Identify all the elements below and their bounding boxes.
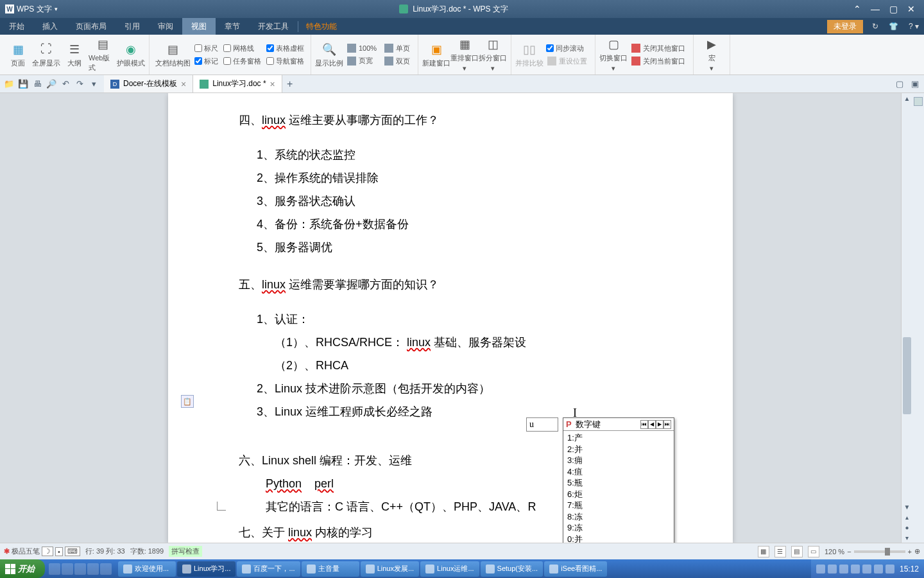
ql-icon[interactable]	[87, 563, 99, 575]
task-pane-check[interactable]: 任务窗格	[221, 55, 264, 67]
task-item[interactable]: Setup(安装...	[481, 561, 543, 577]
ie-icon[interactable]	[49, 563, 60, 575]
window-restore-icon[interactable]: ▢	[893, 78, 906, 91]
ime-candidate[interactable]: 1:产	[567, 432, 670, 444]
view-web-icon[interactable]: ▤	[791, 546, 803, 557]
outline-button[interactable]: ☰大纲	[60, 36, 89, 73]
maximize-button[interactable]: ▢	[887, 3, 900, 15]
split-window-button[interactable]: ◫拆分窗口▾	[479, 36, 507, 73]
page-viewport[interactable]: 四、linux 运维主要从事哪方面的工作？ 1、系统的状态监控 2、操作系统的错…	[0, 93, 901, 543]
ime-candidate[interactable]: 4:疽	[567, 466, 670, 478]
paste-options-icon[interactable]: 📋	[181, 395, 194, 408]
menu-references[interactable]: 引用	[116, 18, 149, 35]
scroll-down-icon[interactable]: ▼	[902, 502, 912, 512]
nav-pane-check[interactable]: 导航窗格	[264, 55, 307, 67]
tab-close-icon[interactable]: ×	[181, 79, 186, 89]
ime-candidate[interactable]: 7:瓶	[567, 500, 670, 511]
menu-special[interactable]: 特色功能	[298, 21, 345, 32]
task-item[interactable]: Linux学习...	[177, 561, 235, 577]
desktop-icon[interactable]	[62, 563, 73, 575]
single-page-button[interactable]: 单页	[381, 42, 414, 55]
page-width-button[interactable]: 页宽	[343, 55, 381, 67]
zoom-in-button[interactable]: +	[908, 548, 912, 556]
new-window-button[interactable]: ▣新建窗口	[422, 36, 450, 73]
ime-mode-icon[interactable]: ☽	[42, 547, 53, 556]
help-icon[interactable]: ? ▾	[903, 22, 924, 31]
sync-scroll-check[interactable]: 同步滚动	[543, 42, 591, 55]
ime-candidate[interactable]: 6:炬	[567, 489, 670, 500]
tray-icon[interactable]	[816, 565, 825, 574]
macro-button[interactable]: ▶宏▾	[697, 36, 726, 73]
ime-last-icon[interactable]: ⏭	[663, 420, 671, 429]
menu-chapter[interactable]: 章节	[216, 18, 249, 35]
menu-insert[interactable]: 插入	[33, 18, 67, 35]
close-current-button[interactable]: 关闭当前窗口	[628, 55, 689, 67]
word-count[interactable]: 字数: 1899	[130, 547, 164, 556]
ime-next-icon[interactable]: ▶	[656, 420, 663, 429]
prev-page-icon[interactable]: ▴	[902, 512, 912, 522]
sync-icon[interactable]: ↻	[867, 22, 884, 31]
marks-check[interactable]: 标记	[192, 55, 221, 67]
tray-icon[interactable]	[839, 565, 848, 574]
ime-candidate-panel[interactable]: P 数字键 ⏮ ◀ ▶ ⏭ 1:产 2:并 3:痈 4:疽 5:瓶 6:炬 7:…	[563, 417, 674, 543]
undo-icon[interactable]: ↶	[59, 78, 72, 91]
skin-icon[interactable]: 👕	[884, 22, 903, 31]
vertical-scrollbar[interactable]: ▲ ▼ ▴ ● ▾	[901, 93, 912, 543]
fullscreen-button[interactable]: ⛶全屏显示	[32, 36, 60, 73]
save-icon[interactable]: 💾	[17, 78, 30, 91]
ime-candidate[interactable]: 0:并	[567, 534, 670, 543]
zoom-out-button[interactable]: −	[847, 548, 851, 556]
task-item[interactable]: Linux运维...	[420, 561, 479, 577]
qat-more-icon[interactable]: ▾	[87, 78, 100, 91]
menu-review[interactable]: 审阅	[149, 18, 182, 35]
ime-prev-icon[interactable]: ◀	[648, 420, 656, 429]
menu-page-layout[interactable]: 页面布局	[67, 18, 116, 35]
tray-icon[interactable]	[874, 565, 883, 574]
menu-view[interactable]: 视图	[182, 18, 216, 35]
task-item[interactable]: iSee看图精...	[544, 561, 607, 577]
zoom-button[interactable]: 🔍显示比例	[315, 36, 343, 73]
ime-candidate[interactable]: 9:冻	[567, 522, 670, 534]
double-page-button[interactable]: 双页	[381, 55, 414, 67]
login-button[interactable]: 未登录	[827, 20, 863, 33]
ime-candidate[interactable]: 8:冻	[567, 511, 670, 523]
menu-start[interactable]: 开始	[0, 18, 33, 35]
taskbar-clock[interactable]: 15:12	[897, 565, 919, 574]
close-other-button[interactable]: 关闭其他窗口	[628, 42, 689, 55]
zoom-value[interactable]: 120 %	[825, 548, 844, 556]
task-item[interactable]: 主音量	[302, 561, 359, 577]
minimize-button[interactable]: —	[869, 3, 882, 15]
arrange-window-button[interactable]: ▦重排窗口▾	[450, 36, 479, 73]
tab-close-icon[interactable]: ×	[270, 79, 275, 89]
task-item[interactable]: 百度一下，...	[237, 561, 300, 577]
task-item[interactable]: Linux发展...	[361, 561, 419, 577]
spell-check-status[interactable]: 拼写检查	[169, 546, 202, 557]
ime-candidate[interactable]: 2:并	[567, 444, 670, 455]
view-outline-icon[interactable]: ☰	[774, 546, 786, 557]
task-item[interactable]: 欢迎使用...	[118, 561, 176, 577]
ql-icon[interactable]	[74, 563, 86, 575]
open-icon[interactable]: 📁	[3, 78, 15, 91]
close-button[interactable]: ✕	[905, 3, 918, 15]
scroll-thumb[interactable]	[903, 337, 911, 414]
ime-candidate[interactable]: 3:痈	[567, 455, 670, 466]
menu-dev-tools[interactable]: 开发工具	[249, 18, 298, 35]
ql-more-icon[interactable]	[100, 563, 112, 575]
zoom-slider[interactable]	[854, 550, 905, 553]
structure-button[interactable]: ▤文档结构图	[153, 36, 192, 73]
ribbon-collapse-icon[interactable]: ⌃	[851, 3, 864, 15]
start-button[interactable]: 开始	[0, 559, 45, 578]
side-tool-icon[interactable]	[914, 97, 923, 106]
tray-icon[interactable]	[886, 565, 894, 574]
fit-icon[interactable]: ⊕	[914, 547, 920, 556]
window-close-icon[interactable]: ▣	[909, 78, 921, 91]
print-preview-icon[interactable]: 🔎	[45, 78, 58, 91]
scroll-up-icon[interactable]: ▲	[902, 93, 912, 103]
eye-mode-button[interactable]: ◉护眼模式	[117, 36, 145, 73]
redo-icon[interactable]: ↷	[73, 78, 86, 91]
ime-keyboard-icon[interactable]: ⌨	[65, 547, 80, 556]
zoom-100-button[interactable]: 100%	[343, 42, 381, 54]
ime-status[interactable]: ✱ 极品五笔 ☽ • ⌨	[4, 547, 80, 556]
tab-docer[interactable]: D Docer-在线模板 ×	[104, 75, 193, 92]
ime-punct-icon[interactable]: •	[55, 547, 63, 556]
